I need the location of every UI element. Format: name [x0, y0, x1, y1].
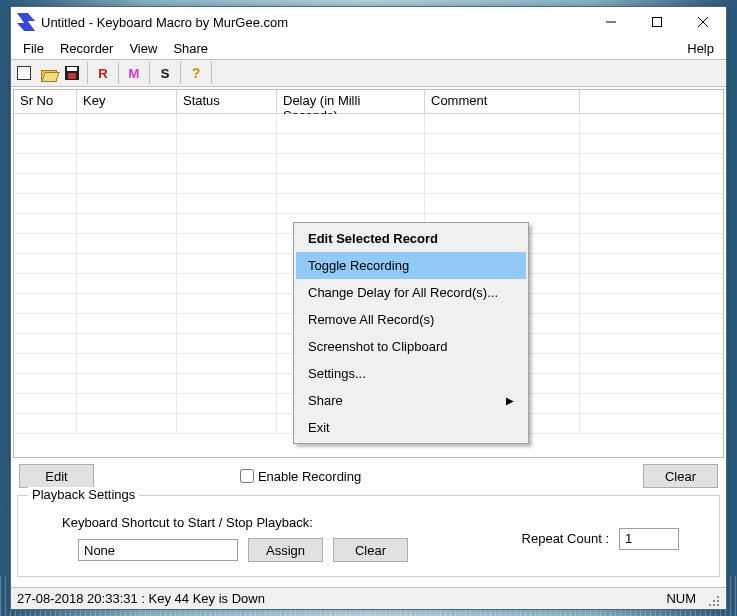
clear-button[interactable]: Clear — [643, 464, 718, 488]
resize-grip-icon[interactable] — [704, 591, 720, 607]
repeat-count-input[interactable] — [619, 528, 679, 550]
menu-help[interactable]: Help — [679, 39, 722, 58]
table-cell — [14, 154, 77, 174]
playback-settings: Playback Settings Keyboard Shortcut to S… — [17, 495, 720, 577]
toolbar: R M S ? — [11, 59, 726, 87]
menu-recorder[interactable]: Recorder — [52, 39, 121, 58]
minimize-button[interactable] — [588, 7, 634, 37]
table-cell — [14, 174, 77, 194]
menu-view[interactable]: View — [121, 39, 165, 58]
table-cell — [77, 214, 177, 234]
col-key[interactable]: Key — [77, 90, 177, 114]
table-cell — [14, 214, 77, 234]
table-cell — [14, 414, 77, 434]
enable-recording-checkbox[interactable]: Enable Recording — [240, 469, 361, 484]
context-menu-item[interactable]: Share▶ — [296, 387, 526, 414]
table-cell — [425, 154, 580, 174]
table-row[interactable] — [14, 114, 723, 134]
app-window: Untitled - Keyboard Macro by MurGee.com … — [10, 6, 727, 610]
table-cell — [77, 394, 177, 414]
table-cell — [425, 134, 580, 154]
new-button[interactable] — [13, 62, 35, 84]
table-cell — [77, 174, 177, 194]
table-cell — [277, 154, 425, 174]
col-delay[interactable]: Delay (in Milli Seconds) — [277, 90, 425, 114]
m-icon: M — [129, 66, 140, 81]
table-cell — [177, 114, 277, 134]
table-cell — [14, 274, 77, 294]
context-menu-item[interactable]: Settings... — [296, 360, 526, 387]
shortcut-input[interactable] — [78, 539, 238, 561]
menu-bar: File Recorder View Share Help — [11, 37, 726, 59]
table-cell — [177, 394, 277, 414]
save-button[interactable] — [61, 62, 83, 84]
table-row[interactable] — [14, 194, 723, 214]
table-cell — [177, 374, 277, 394]
open-button[interactable] — [37, 62, 59, 84]
table-cell — [77, 314, 177, 334]
toolbar-separator — [211, 62, 212, 84]
macro-button[interactable]: M — [123, 62, 145, 84]
enable-recording-input[interactable] — [240, 469, 254, 483]
context-menu-title: Edit Selected Record — [296, 225, 526, 252]
col-comment[interactable]: Comment — [425, 90, 580, 114]
context-menu-item[interactable]: Remove All Record(s) — [296, 306, 526, 333]
help-icon: ? — [192, 65, 201, 81]
menu-share[interactable]: Share — [165, 39, 216, 58]
table-cell — [77, 414, 177, 434]
help-tb-button[interactable]: ? — [185, 62, 207, 84]
context-menu-label: Settings... — [308, 366, 366, 381]
context-menu-label: Change Delay for All Record(s)... — [308, 285, 498, 300]
col-srno[interactable]: Sr No — [14, 90, 77, 114]
table-cell — [77, 234, 177, 254]
context-menu: Edit Selected Record Toggle RecordingCha… — [293, 222, 529, 444]
table-cell — [177, 414, 277, 434]
menu-file[interactable]: File — [15, 39, 52, 58]
close-button[interactable] — [680, 7, 726, 37]
table-cell — [14, 234, 77, 254]
table-cell — [77, 274, 177, 294]
table-cell — [14, 394, 77, 414]
context-menu-item[interactable]: Exit — [296, 414, 526, 441]
table-cell — [177, 254, 277, 274]
context-menu-label: Exit — [308, 420, 330, 435]
col-spacer — [580, 90, 723, 114]
table-row[interactable] — [14, 134, 723, 154]
table-cell — [77, 294, 177, 314]
table-row[interactable] — [14, 174, 723, 194]
s-icon: S — [161, 66, 170, 81]
context-menu-item[interactable]: Toggle Recording — [296, 252, 526, 279]
table-row[interactable] — [14, 154, 723, 174]
repeat-count-label: Repeat Count : — [522, 531, 609, 546]
maximize-button[interactable] — [634, 7, 680, 37]
table-cell — [177, 234, 277, 254]
svg-rect-0 — [653, 18, 662, 27]
table-cell — [77, 194, 177, 214]
toolbar-separator — [149, 62, 150, 84]
table-cell — [425, 174, 580, 194]
table-cell — [177, 314, 277, 334]
table-cell — [177, 174, 277, 194]
playback-clear-button[interactable]: Clear — [333, 538, 408, 562]
save-disk-icon — [65, 66, 79, 80]
table-cell — [14, 374, 77, 394]
table-cell — [14, 294, 77, 314]
open-folder-icon — [41, 66, 55, 80]
edit-button[interactable]: Edit — [19, 464, 94, 488]
stop-button[interactable]: S — [154, 62, 176, 84]
toolbar-separator — [118, 62, 119, 84]
window-title: Untitled - Keyboard Macro by MurGee.com — [41, 15, 588, 30]
record-button[interactable]: R — [92, 62, 114, 84]
table-cell — [14, 314, 77, 334]
table-cell — [277, 114, 425, 134]
context-menu-item[interactable]: Change Delay for All Record(s)... — [296, 279, 526, 306]
enable-recording-label: Enable Recording — [258, 469, 361, 484]
context-menu-item[interactable]: Screenshot to Clipboard — [296, 333, 526, 360]
assign-button[interactable]: Assign — [248, 538, 323, 562]
table-cell — [277, 194, 425, 214]
status-text: 27-08-2018 20:33:31 : Key 44 Key is Down — [17, 591, 265, 606]
col-status[interactable]: Status — [177, 90, 277, 114]
table-header: Sr No Key Status Delay (in Milli Seconds… — [14, 90, 723, 114]
context-menu-label: Share — [308, 393, 343, 408]
table-cell — [77, 154, 177, 174]
